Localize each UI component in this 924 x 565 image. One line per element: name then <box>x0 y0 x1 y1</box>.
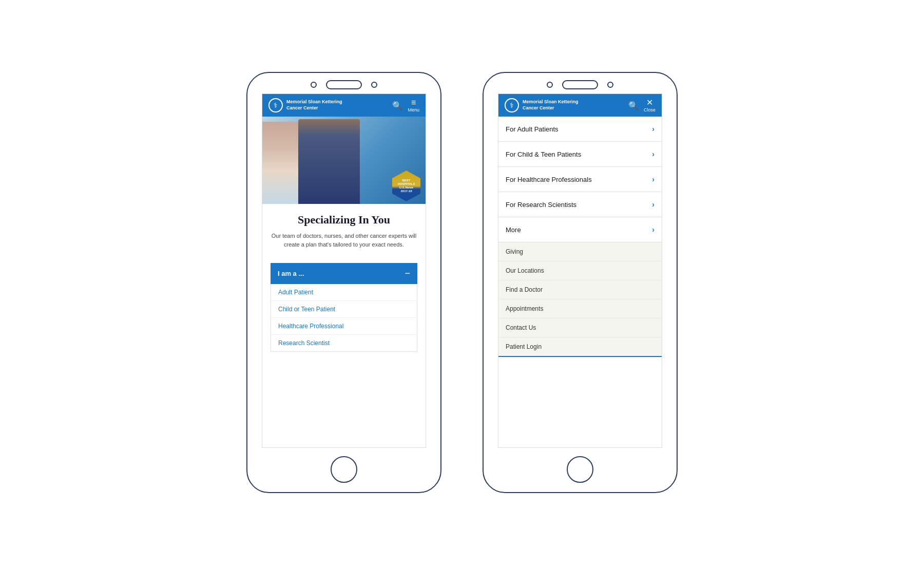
nav-item-research-scientists-chevron: › <box>652 200 654 209</box>
nav-item-child-teen-patients[interactable]: For Child & Teen Patients › <box>498 142 662 167</box>
close-x-icon: ✕ <box>646 99 653 107</box>
nav-item-healthcare-professionals[interactable]: For Healthcare Professionals › <box>498 167 662 192</box>
page-subtext: Our team of doctors, nurses, and other c… <box>271 232 417 249</box>
sub-item-patient-login[interactable]: Patient Login <box>498 337 662 357</box>
phone-2-dot <box>547 82 553 88</box>
msk-logo-circle-1: ⚕ <box>268 98 283 112</box>
menu-label: Menu <box>408 108 419 112</box>
phone-1-header: ⚕ Memorial Sloan Kettering Cancer Center… <box>262 94 426 117</box>
home-button-2[interactable] <box>567 456 593 483</box>
search-icon-2[interactable]: 🔍 <box>628 101 639 110</box>
search-icon-1[interactable]: 🔍 <box>392 101 402 110</box>
nav-item-adult-patients-label: For Adult Patients <box>506 125 559 133</box>
nav-item-more-chevron: › <box>652 225 654 234</box>
phone-1-dot <box>311 82 317 88</box>
dropdown-item-adult[interactable]: Adult Patient <box>271 284 417 301</box>
dropdown-toggle[interactable]: I am a ... − <box>271 263 417 284</box>
more-sub-section: Giving Our Locations Find a Doctor Appoi… <box>498 242 662 357</box>
hamburger-icon: ≡ <box>411 98 416 107</box>
msk-logo-circle-2: ⚕ <box>505 98 519 112</box>
nav-item-research-scientists-label: For Research Scientists <box>506 201 576 209</box>
nav-item-child-teen-patients-label: For Child & Teen Patients <box>506 150 581 158</box>
nav-menu-items: For Adult Patients › For Child & Teen Pa… <box>498 117 662 447</box>
menu-icon-group[interactable]: ≡ Menu <box>408 98 419 112</box>
hero-badge: BESTHOSPITALSU.S.News2017-18 <box>392 171 420 201</box>
dropdown-minus-icon: − <box>405 268 410 279</box>
phone-2-header-icons: 🔍 ✕ Close <box>628 99 656 112</box>
hero-figure-right <box>298 119 360 204</box>
nav-item-healthcare-professionals-chevron: › <box>652 175 654 183</box>
sub-item-giving[interactable]: Giving <box>498 242 662 261</box>
nav-item-adult-patients[interactable]: For Adult Patients › <box>498 117 662 142</box>
close-button[interactable]: ✕ Close <box>644 99 656 112</box>
phone-1-top-bar <box>247 73 440 93</box>
nav-item-more-label: More <box>506 226 521 234</box>
badge-text: BESTHOSPITALSU.S.News2017-18 <box>398 179 415 194</box>
sub-item-contact-us[interactable]: Contact Us <box>498 318 662 337</box>
phone-2: ⚕ Memorial Sloan Kettering Cancer Center… <box>483 72 678 493</box>
nav-item-more[interactable]: More › <box>498 217 662 242</box>
nav-item-healthcare-professionals-label: For Healthcare Professionals <box>506 176 592 183</box>
dropdown-item-child[interactable]: Child or Teen Patient <box>271 301 417 318</box>
phone-1-header-icons: 🔍 ≡ Menu <box>392 98 419 112</box>
nav-item-adult-patients-chevron: › <box>652 125 654 133</box>
sub-item-our-locations[interactable]: Our Locations <box>498 261 662 280</box>
dropdown-list: Adult Patient Child or Teen Patient Heal… <box>271 284 417 352</box>
msk-logo-area-1: ⚕ Memorial Sloan Kettering Cancer Center <box>268 98 342 112</box>
nav-item-research-scientists[interactable]: For Research Scientists › <box>498 192 662 217</box>
msk-tree-icon-2: ⚕ <box>510 101 514 109</box>
hero-image: BESTHOSPITALSU.S.News2017-18 <box>262 117 426 204</box>
close-label: Close <box>644 107 656 112</box>
phone-2-top-bar <box>484 73 677 93</box>
home-button-1[interactable] <box>331 456 357 483</box>
dropdown-item-healthcare[interactable]: Healthcare Professional <box>271 318 417 335</box>
nav-item-child-teen-patients-chevron: › <box>652 150 654 158</box>
dropdown-container: I am a ... − Adult Patient Child or Teen… <box>262 263 426 358</box>
sub-item-appointments[interactable]: Appointments <box>498 299 662 318</box>
phone-1-camera <box>371 82 377 88</box>
phone-2-camera <box>607 82 613 88</box>
msk-logo-area-2: ⚕ Memorial Sloan Kettering Cancer Center <box>505 98 579 112</box>
phone-2-speaker <box>562 80 598 89</box>
msk-tree-icon-1: ⚕ <box>274 101 278 109</box>
msk-logo-text-2: Memorial Sloan Kettering Cancer Center <box>523 99 579 111</box>
phone-1-speaker <box>326 80 362 89</box>
phone-2-screen: ⚕ Memorial Sloan Kettering Cancer Center… <box>498 93 662 448</box>
phone-1-bottom <box>247 448 440 492</box>
page-headline: Specializing In You <box>271 213 417 227</box>
nav-menu-header: ⚕ Memorial Sloan Kettering Cancer Center… <box>498 94 662 117</box>
phone-1-screen: ⚕ Memorial Sloan Kettering Cancer Center… <box>262 93 426 448</box>
sub-item-find-a-doctor[interactable]: Find a Doctor <box>498 280 662 299</box>
content-area: Specializing In You Our team of doctors,… <box>262 204 426 263</box>
msk-logo-text-1: Memorial Sloan Kettering Cancer Center <box>286 99 342 111</box>
dropdown-label: I am a ... <box>278 270 304 277</box>
phone-1: ⚕ Memorial Sloan Kettering Cancer Center… <box>246 72 441 493</box>
phone-2-bottom <box>484 448 677 492</box>
dropdown-item-research[interactable]: Research Scientist <box>271 335 417 351</box>
